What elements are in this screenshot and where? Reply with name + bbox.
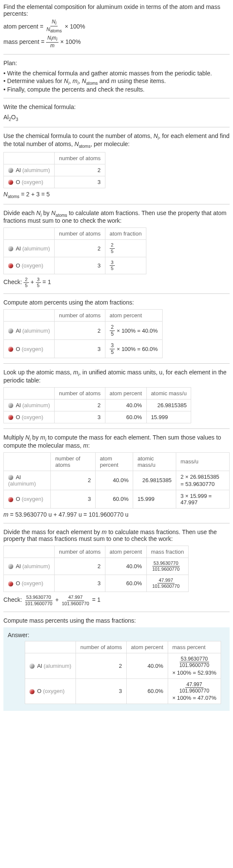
- plan-bullet-3: • Finally, compute the percents and chec…: [3, 86, 230, 93]
- atoms-table: number of atoms Al (aluminum) 2 O (oxyge…: [3, 152, 105, 188]
- check-mass-fractions: Check: 53.9630770101.9600770 + 47.997101…: [3, 595, 230, 606]
- element-dot-icon: [8, 246, 13, 251]
- step8-text: Compute mass percents using the mass fra…: [3, 617, 230, 624]
- step3-text: Divide each Ni by Natoms to calculate at…: [3, 210, 230, 224]
- element-dot-icon: [29, 664, 35, 669]
- element-dot-icon: [8, 581, 13, 586]
- table-row: O (oxygen) 3 60.0% 15.999 3 × 15.999 = 4…: [4, 490, 230, 508]
- col-atom-percent: atom percent: [95, 452, 133, 471]
- answer-box: Answer: number of atomsatom percentmass …: [3, 627, 230, 711]
- element-dot-icon: [8, 475, 13, 480]
- mass-percent-formula: mass percent = Nimi m × 100%: [3, 35, 230, 49]
- plan-title: Plan:: [3, 60, 230, 66]
- col-atom-fraction: atom fraction: [105, 228, 146, 240]
- table-row: Al (aluminum) 2 25: [4, 240, 146, 257]
- divider: [3, 54, 230, 55]
- atom-percent-label: atom percent =: [3, 23, 44, 30]
- element-dot-icon: [8, 497, 13, 502]
- check-atom-fractions: Check: 25 + 35 = 1: [3, 277, 230, 288]
- chemical-formula: Al2O3: [3, 114, 230, 122]
- table-row: Al (aluminum) 2: [4, 164, 105, 176]
- divider: [3, 204, 230, 204]
- step2-text: Use the chemical formula to count the nu…: [3, 132, 230, 149]
- element-dot-icon: [29, 689, 35, 694]
- table-row: O (oxygen) 3 35 × 100% = 60.0%: [4, 340, 163, 358]
- times-100-2: × 100%: [60, 38, 81, 45]
- col-atoms: number of atoms: [76, 641, 127, 653]
- divider: [3, 363, 230, 364]
- table-row: O (oxygen) 3 60.0% 15.999: [4, 411, 191, 423]
- table-row: Al (aluminum) 2 40.0% 26.9815385: [4, 399, 191, 411]
- step5-text: Look up the atomic mass, mi, in unified …: [3, 369, 230, 384]
- element-dot-icon: [8, 168, 13, 173]
- element-dot-icon: [8, 263, 13, 268]
- step6-text: Multiply Ni by mi to compute the mass fo…: [3, 434, 230, 449]
- divider: [3, 127, 230, 127]
- col-atoms: number of atoms: [55, 310, 105, 322]
- step4-text: Compute atom percents using the atom fra…: [3, 299, 230, 306]
- divider: [3, 612, 230, 612]
- table-row: Al (aluminum) 2 40.0% 53.9630770101.9600…: [25, 653, 221, 678]
- plan-bullet-1: • Write the chemical formula and gather …: [3, 70, 230, 77]
- step1-text: Write the chemical formula:: [3, 103, 230, 110]
- col-atomic-mass: atomic mass/u: [133, 452, 176, 471]
- table-row: O (oxygen) 3: [4, 176, 105, 188]
- step7-text: Divide the mass for each element by m to…: [3, 529, 230, 542]
- answer-label: Answer:: [8, 632, 225, 638]
- element-dot-icon: [8, 403, 13, 408]
- divider: [3, 428, 230, 429]
- times-100: × 100%: [65, 23, 85, 30]
- divider: [3, 98, 230, 98]
- col-atoms: number of atoms: [55, 387, 105, 399]
- divider: [3, 293, 230, 294]
- col-atom-percent: atom percent: [126, 641, 168, 653]
- atom-fraction-table: number of atomsatom fraction Al (aluminu…: [3, 227, 146, 274]
- element-dot-icon: [8, 347, 13, 352]
- col-atoms: number of atoms: [55, 228, 105, 240]
- col-atomic-mass: atomic mass/u: [146, 387, 191, 399]
- element-dot-icon: [8, 180, 13, 185]
- intro-text: Find the elemental composition for alumi…: [3, 3, 230, 17]
- col-atoms: number of atoms: [55, 152, 105, 164]
- element-dot-icon: [8, 328, 13, 333]
- table-row: O (oxygen) 3 60.0% 47.997101.9600770: [4, 575, 189, 592]
- col-atom-percent: atom percent: [105, 310, 162, 322]
- table-row: Al (aluminum) 2 40.0% 26.9815385 2 × 26.…: [4, 471, 230, 490]
- mass-percent-label: mass percent =: [3, 38, 44, 45]
- answer-table: number of atomsatom percentmass percent …: [25, 641, 221, 704]
- atomic-mass-table: number of atomsatom percentatomic mass/u…: [3, 387, 191, 423]
- table-row: Al (aluminum) 2 25 × 100% = 40.0%: [4, 322, 163, 340]
- mass-table: number of atomsatom percentatomic mass/u…: [3, 452, 230, 509]
- table-row: O (oxygen) 3 35: [4, 257, 146, 274]
- col-atom-percent: atom percent: [105, 387, 146, 399]
- col-atoms: number of atoms: [55, 546, 105, 558]
- col-mass: mass/u: [176, 452, 230, 471]
- col-mass-percent: mass percent: [168, 641, 221, 653]
- element-dot-icon: [8, 564, 13, 569]
- natoms-sum: Natoms = 2 + 3 = 5: [3, 191, 230, 199]
- table-row: O (oxygen) 3 60.0% 47.997101.9600770× 10…: [25, 678, 221, 704]
- divider: [3, 523, 230, 523]
- atom-percent-table: number of atomsatom percent Al (aluminum…: [3, 309, 163, 358]
- atom-percent-formula: atom percent = Ni Natoms × 100%: [3, 19, 230, 34]
- molecular-mass: m = 53.9630770 u + 47.997 u = 101.960077…: [3, 511, 230, 518]
- table-row: Al (aluminum) 2 40.0% 53.9630770101.9600…: [4, 558, 189, 575]
- col-atom-percent: atom percent: [105, 546, 146, 558]
- element-dot-icon: [8, 415, 13, 420]
- plan-bullet-2: • Determine values for Ni, mi, Natoms an…: [3, 78, 230, 86]
- col-mass-fraction: mass fraction: [146, 546, 188, 558]
- col-atoms: number of atoms: [51, 452, 95, 471]
- mass-fraction-table: number of atomsatom percentmass fraction…: [3, 546, 189, 592]
